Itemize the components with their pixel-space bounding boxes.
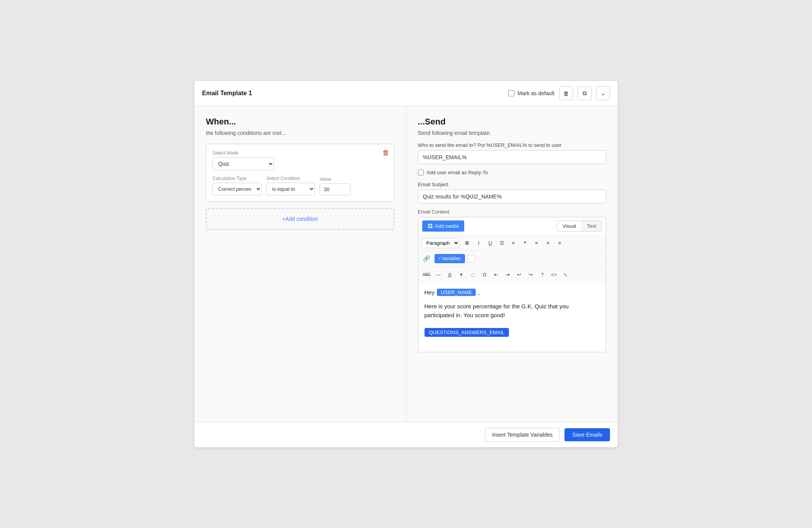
chevron-down-icon: ⌄ — [601, 90, 606, 97]
delete-condition-button[interactable]: 🗑 — [382, 149, 389, 157]
add-media-button[interactable]: 🖼 Add media — [422, 220, 464, 232]
bullet-list-button[interactable]: ☰ — [497, 237, 507, 248]
calc-type-dropdown[interactable]: Correct percen Score Time — [212, 183, 262, 195]
hey-text: Hey — [425, 289, 435, 296]
value-field: Value — [320, 177, 350, 195]
media-icon: 🖼 — [428, 223, 433, 229]
editor-top-bar: 🖼 Add media Visual Text — [418, 217, 606, 235]
email-editor: 🖼 Add media Visual Text Paragraph Headin… — [418, 217, 606, 352]
trash-icon: 🗑 — [563, 90, 569, 97]
horizontal-rule-button[interactable]: — — [433, 269, 444, 280]
outdent-button[interactable]: ⇤ — [491, 269, 502, 280]
align-left-button[interactable]: ≡ — [531, 237, 542, 248]
editor-content-area[interactable]: Hey USER_NAME , Here is your score perce… — [418, 282, 606, 352]
hey-line: Hey USER_NAME , — [425, 289, 600, 296]
to-label: Who to send the email to? Put %USER_EMAI… — [418, 142, 606, 148]
body-text: Here is your score percentage for the G.… — [425, 302, 600, 319]
card-title: Email Template 1 — [202, 90, 252, 97]
indent-button[interactable]: ⇥ — [502, 269, 513, 280]
tab-text[interactable]: Text — [581, 221, 601, 231]
eraser-button[interactable]: ◌ — [468, 269, 478, 280]
strikethrough-button[interactable]: ABC — [421, 269, 432, 280]
card-body: When... the following conditions are met… — [194, 106, 618, 422]
value-input[interactable] — [320, 183, 350, 195]
save-emails-button[interactable]: Save Emails — [564, 428, 610, 441]
italic-button[interactable]: I — [473, 237, 484, 248]
numbered-list-button[interactable]: ≡ — [508, 237, 519, 248]
special-chars-button[interactable]: Ω — [479, 269, 490, 280]
code-view-button[interactable]: <> — [549, 269, 559, 280]
calc-type-field: Calculation Type Correct percen Score Ti… — [212, 176, 262, 195]
color-swatch[interactable] — [467, 255, 475, 262]
subject-input[interactable] — [418, 190, 606, 203]
questions-tag: QUESTIONS_ANSWERS_EMAIL — [425, 328, 509, 337]
redo-button[interactable]: ↪ — [526, 269, 536, 280]
link-button[interactable]: 🔗 — [421, 253, 432, 264]
undo-button[interactable]: ↩ — [514, 269, 525, 280]
reply-to-label: Add user email as Reply-To — [427, 170, 488, 175]
align-center-button[interactable]: ≡ — [543, 237, 554, 248]
condition-box: 🗑 Select Mode Quiz Survey Lesson Calcula… — [206, 144, 394, 202]
select-condition-field: Select Condition is equal to is greater … — [266, 176, 315, 195]
send-subtitle: Send following email template. — [418, 130, 606, 136]
toolbar-row-3: ABC — A ▾ ◌ Ω ⇤ ⇥ ↩ ↪ ? <> ⤡ — [418, 267, 606, 282]
right-panel: ...Send Send following email template. W… — [406, 106, 618, 422]
toolbar-row-1: Paragraph Heading 1 Heading 2 B I U ☰ ≡ … — [418, 235, 606, 251]
select-mode-label: Select Mode — [212, 150, 388, 156]
variables-button[interactable]: / Variables — [435, 254, 465, 263]
align-right-button[interactable]: ≡ — [554, 237, 565, 248]
bold-button[interactable]: B — [462, 237, 473, 248]
content-label: Email Content — [418, 209, 606, 215]
calc-type-label: Calculation Type — [212, 176, 262, 181]
mark-as-default-checkbox[interactable] — [508, 90, 514, 96]
card-footer: Insert Template Variables Save Emails — [194, 422, 618, 447]
font-color-button[interactable]: A — [445, 269, 455, 280]
value-label: Value — [320, 177, 350, 182]
header-right: Mark as default 🗑 ⧉ ⌄ — [508, 86, 610, 100]
subject-label: Email Subject — [418, 182, 606, 187]
condition-dropdown[interactable]: is equal to is greater than is less than… — [266, 183, 315, 195]
mark-as-default-label[interactable]: Mark as default — [508, 90, 554, 96]
select-mode-dropdown[interactable]: Quiz Survey Lesson — [212, 157, 274, 170]
user-name-tag: USER_NAME — [437, 289, 476, 296]
paragraph-select[interactable]: Paragraph Heading 1 Heading 2 — [421, 238, 460, 248]
to-input[interactable] — [418, 150, 606, 164]
underline-button[interactable]: U — [485, 237, 496, 248]
card-header: Email Template 1 Mark as default 🗑 ⧉ ⌄ — [194, 81, 618, 106]
comma-text: , — [478, 289, 480, 296]
reply-to-row: Add user email as Reply-To — [418, 170, 606, 175]
copy-icon: ⧉ — [583, 90, 587, 97]
font-color-dropdown[interactable]: ▾ — [456, 269, 467, 280]
copy-template-button[interactable]: ⧉ — [578, 86, 591, 100]
fullscreen-button[interactable]: ⤡ — [560, 269, 571, 280]
add-condition-button[interactable]: +Add condition — [206, 208, 394, 230]
expand-button[interactable]: ⌄ — [596, 86, 610, 100]
select-condition-label: Select Condition — [266, 176, 315, 181]
when-subtitle: the following conditions are met... — [206, 130, 394, 136]
help-button[interactable]: ? — [537, 269, 548, 280]
condition-row: Calculation Type Correct percen Score Ti… — [212, 176, 388, 195]
left-panel: When... the following conditions are met… — [194, 106, 406, 422]
email-template-card: Email Template 1 Mark as default 🗑 ⧉ ⌄ W… — [194, 81, 618, 447]
view-tabs: Visual Text — [557, 220, 602, 232]
tab-visual[interactable]: Visual — [557, 221, 581, 231]
vars-row: 🔗 / Variables — [418, 251, 606, 267]
blockquote-button[interactable]: ❝ — [520, 237, 531, 248]
select-mode-field: Select Mode Quiz Survey Lesson — [212, 150, 388, 170]
insert-template-variables-button[interactable]: Insert Template Variables — [485, 428, 560, 442]
when-title: When... — [206, 117, 394, 127]
delete-template-button[interactable]: 🗑 — [559, 86, 573, 100]
reply-to-checkbox[interactable] — [418, 170, 424, 175]
send-title: ...Send — [418, 117, 606, 127]
